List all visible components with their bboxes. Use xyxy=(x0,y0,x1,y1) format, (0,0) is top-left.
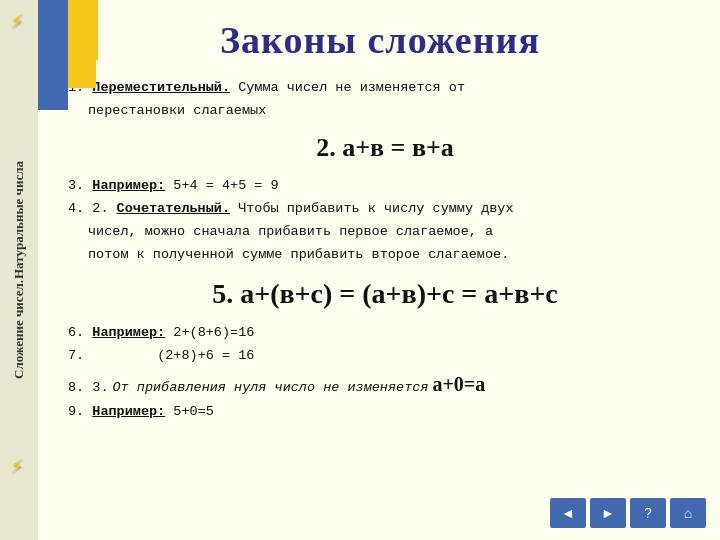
item-num: 8. 3. xyxy=(68,378,109,399)
item-text: (2+8)+6 = 16 xyxy=(157,348,254,363)
list-item-cont: перестановки слагаемых xyxy=(88,101,702,122)
item-text-cont: перестановки слагаемых xyxy=(88,103,266,118)
nav-question-button[interactable]: ? xyxy=(630,498,666,528)
main-content: Законы сложения 1. Переместительный. Сум… xyxy=(38,0,720,540)
page-title: Законы сложения xyxy=(58,18,702,62)
formula-2: 5. а+(в+с) = (а+в)+с = а+в+с xyxy=(68,272,702,315)
list-item: 9. Например: 5+0=5 xyxy=(68,402,702,423)
item-label: Сочетательный. xyxy=(117,201,230,216)
list-item: 8. 3. От прибавления нуля число не измен… xyxy=(68,369,702,400)
nav-buttons: ◄ ► ? ⌂ xyxy=(550,498,706,528)
item-text: Чтобы прибавить к числу сумму двух xyxy=(230,201,514,216)
slide: ⚡ Натуральные числа Сложение чисел. ⚡ За… xyxy=(0,0,720,540)
list-item-cont2: потом к полученной сумме прибавить второ… xyxy=(88,245,702,266)
nav-forward-button[interactable]: ► xyxy=(590,498,626,528)
item-label: Переместительный. xyxy=(92,80,230,95)
item-num: 7. xyxy=(68,348,157,363)
item-label: Например: xyxy=(92,404,165,419)
item-text: 5+4 = 4+5 = 9 xyxy=(165,178,278,193)
item-num: 6. xyxy=(68,325,92,340)
list-item-cont: чисел, можно сначала прибавить первое сл… xyxy=(88,222,702,243)
item-text-cont: чисел, можно сначала прибавить первое сл… xyxy=(88,224,493,239)
sidebar-text: Натуральные числа xyxy=(11,161,27,279)
item-label: Например: xyxy=(92,178,165,193)
item-num: 3. xyxy=(68,178,92,193)
list-item: 1. Переместительный. Сумма чисел не изме… xyxy=(68,78,702,99)
blue-rect-deco xyxy=(38,0,68,110)
item-formula-inline: а+0=а xyxy=(432,369,485,400)
item-text: 5+0=5 xyxy=(165,404,214,419)
lightning-top-icon: ⚡ xyxy=(10,8,23,35)
nav-back-button[interactable]: ◄ xyxy=(550,498,586,528)
item-text: 2+(8+6)=16 xyxy=(165,325,254,340)
item-label: Например: xyxy=(92,325,165,340)
lightning-bottom-icon: ⚡ xyxy=(10,453,23,480)
item-num: 9. xyxy=(68,404,92,419)
item-num: 4. 2. xyxy=(68,201,117,216)
list-item: 7. (2+8)+6 = 16 xyxy=(68,346,702,367)
list-item: 4. 2. Сочетательный. Чтобы прибавить к ч… xyxy=(68,199,702,220)
sidebar: ⚡ Натуральные числа Сложение чисел. ⚡ xyxy=(0,0,38,540)
item-text: Сумма чисел не изменяется от xyxy=(230,80,465,95)
list-item: 3. Например: 5+4 = 4+5 = 9 xyxy=(68,176,702,197)
item-text-cont2: потом к полученной сумме прибавить второ… xyxy=(88,247,509,262)
item-text-italic: От прибавления нуля число не изменяется xyxy=(113,378,429,399)
deco-yellow-small xyxy=(68,60,96,88)
body-content: 1. Переместительный. Сумма чисел не изме… xyxy=(58,78,702,423)
sidebar-subtext: Сложение чисел. xyxy=(11,280,27,379)
nav-home-button[interactable]: ⌂ xyxy=(670,498,706,528)
formula-1: 2. а+в = в+а xyxy=(68,128,702,168)
list-item: 6. Например: 2+(8+6)=16 xyxy=(68,323,702,344)
